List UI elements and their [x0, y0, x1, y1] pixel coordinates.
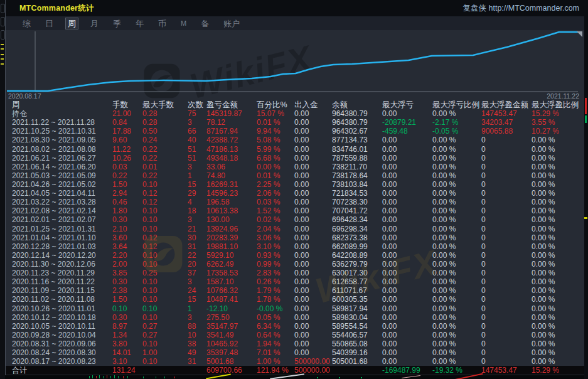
table-row[interactable]: 2020.11.16 ~ 2020.11.220.300.1031587.100…: [6, 277, 585, 286]
cell: 0.00 %: [432, 215, 481, 224]
candle-mark: [585, 98, 587, 114]
brand-link[interactable]: 复盘侠 http://MTCommander.com: [463, 3, 579, 14]
cell: 0: [481, 286, 532, 295]
cell: 738103.84: [332, 180, 382, 189]
cell: 0.00 %: [432, 322, 481, 331]
cell: 10487.41: [206, 295, 257, 304]
table-row[interactable]: 2020.10.05 ~ 2020.10.118.970.278835147.9…: [6, 322, 585, 331]
table-row[interactable]: 2020.11.30 ~ 2020.12.062.000.10206262.49…: [6, 260, 585, 269]
candle-mark: [118, 376, 119, 378]
table-row[interactable]: 2021.03.22 ~ 2021.03.280.460.124196.580.…: [6, 198, 585, 206]
docked-button-icon: [1, 17, 5, 26]
table-row[interactable]: 2021.01.04 ~ 2021.01.103.600.123020283.3…: [6, 233, 585, 242]
table-row[interactable]: 2021.08.30 ~ 2021.09.059.600.244042388.7…: [6, 136, 585, 144]
title-bar: MTCommander统计 复盘侠 http://MTCommander.com: [6, 0, 584, 16]
cell: 0.00 %: [432, 154, 481, 163]
cell: 1: [188, 171, 206, 180]
menu-item-周[interactable]: 周: [66, 18, 78, 29]
cell: 0.00: [382, 295, 432, 304]
cell: 22: [188, 251, 206, 260]
menu-item-日[interactable]: 日: [43, 18, 55, 29]
cell: 0.30: [112, 215, 142, 224]
cell: 2021.06.21 ~ 2021.06.27: [12, 154, 112, 163]
cell: 6.34 %: [257, 322, 294, 331]
table-row[interactable]: 2020.12.14 ~ 2020.12.202.200.10225929.10…: [6, 251, 585, 260]
cell: 0: [481, 163, 532, 171]
table-row[interactable]: 2020.10.26 ~ 2020.11.010.100.101-12.10-0…: [6, 304, 585, 313]
cell: 0.22: [142, 145, 188, 154]
table-row[interactable]: 2020.11.23 ~ 2020.11.293.850.253717358.5…: [6, 269, 585, 277]
cell: 0.00 %: [532, 215, 585, 224]
table-row[interactable]: 2020.11.09 ~ 2020.11.152.380.102410766.3…: [6, 286, 585, 295]
menu-item-备[interactable]: 备: [199, 18, 211, 29]
cell: 87167.94: [206, 127, 257, 136]
cell: 51: [188, 145, 206, 154]
cell: 0.22: [112, 171, 142, 180]
table-row[interactable]: 2021.02.08 ~ 2021.02.141.800.101810613.3…: [6, 206, 585, 215]
cell: 707238.30: [332, 198, 382, 206]
table-row[interactable]: 2020.08.24 ~ 2020.08.3014.011.004935397.…: [6, 348, 585, 357]
cell: 0.30: [112, 313, 142, 322]
cell: 2020.12.14 ~ 2020.12.20: [12, 251, 112, 260]
cell: 0.00 %: [432, 189, 481, 198]
cell: 0.00 %: [432, 277, 481, 286]
table-row[interactable]: 2020.08.31 ~ 2020.09.063.800.103810465.9…: [6, 339, 585, 348]
cell: 0.99 %: [257, 260, 294, 269]
cell: 0.00 %: [432, 198, 481, 206]
cell: 0.00: [382, 251, 432, 260]
cell: 0.00 %: [532, 198, 585, 206]
menu-item-币[interactable]: 币: [156, 18, 168, 29]
table-row[interactable]: 持仓21.000.2875145319.8715.07 %0.00964380.…: [6, 109, 585, 118]
candle-mark: [110, 376, 111, 378]
cell: 0.00 %: [532, 189, 585, 198]
cell: 2021.06.14 ~ 2021.06.20: [12, 163, 112, 171]
cell: 0.00: [382, 180, 432, 189]
cell: 0.00: [382, 154, 432, 163]
table-row[interactable]: 2020.11.02 ~ 2020.11.081.500.101510487.4…: [6, 295, 585, 304]
cell: 0.10: [142, 215, 188, 224]
cell: 0.00: [294, 180, 332, 189]
cell: 10766.32: [206, 286, 257, 295]
cell: 0.00: [294, 269, 332, 277]
table-row[interactable]: 2020.09.28 ~ 2020.10.041.340.27103541.49…: [6, 331, 585, 339]
cell: 611071.67: [332, 286, 382, 295]
table-row[interactable]: 2021.06.14 ~ 2021.06.200.030.01333.060.0…: [6, 163, 585, 171]
table-row[interactable]: 2021.10.25 ~ 2021.10.3117.880.506687167.…: [6, 127, 585, 136]
cell: 0.00 %: [532, 331, 585, 339]
cell: 964380.79: [332, 118, 382, 127]
table-row[interactable]: 2020.10.12 ~ 2020.10.180.300.103275.500.…: [6, 313, 585, 322]
cell: 0.00: [294, 322, 332, 331]
cell: 49348.18: [206, 154, 257, 163]
equity-chart: WikiFX 2020.08.17 2021.11.22: [6, 30, 584, 100]
cell: 0.00: [382, 145, 432, 154]
cell: 38: [188, 339, 206, 348]
cell: 0.93 %: [257, 251, 294, 260]
menu-item-账户[interactable]: 账户: [222, 18, 242, 29]
table-row[interactable]: 2021.01.25 ~ 2021.01.312.100.102113924.9…: [6, 225, 585, 233]
table-row[interactable]: 2021.04.05 ~ 2021.04.112.940.122914596.2…: [6, 189, 585, 198]
app-screen: MTCommander统计 复盘侠 http://MTCommander.com…: [0, 0, 588, 379]
table-row[interactable]: 2020.08.17 ~ 2020.08.233.100.10315001.68…: [6, 357, 585, 366]
cell: 2021.08.02 ~ 2021.08.08: [12, 145, 112, 154]
menu-item-综[interactable]: 综: [21, 18, 33, 29]
cell: 609700.66: [206, 366, 257, 375]
candle-mark: [361, 377, 362, 378]
resize-corner-icon[interactable]: [577, 31, 582, 37]
menu-item-月[interactable]: 月: [88, 18, 100, 29]
table-row[interactable]: 2021.11.22 ~ 2021.11.280.840.28378.120.0…: [6, 118, 585, 127]
table-row[interactable]: 2021.08.02 ~ 2021.08.0811.220.225147186.…: [6, 145, 585, 154]
table-row[interactable]: 2021.06.21 ~ 2021.06.2710.260.225149348.…: [6, 154, 585, 163]
table-row[interactable]: 2020.12.28 ~ 2021.01.033.640.123119881.1…: [6, 242, 585, 251]
menu-item-年[interactable]: 年: [134, 18, 146, 29]
cell: 0.64 %: [257, 331, 294, 339]
cell: 682373.38: [332, 233, 382, 242]
cell: 0.00 %: [432, 180, 481, 189]
cell: 74.80: [206, 171, 257, 180]
menu-item-季[interactable]: 季: [111, 18, 123, 29]
table-row[interactable]: 2021.02.01 ~ 2021.02.070.300.103130.000.…: [6, 215, 585, 224]
table-row[interactable]: 2021.04.26 ~ 2021.05.021.500.101516269.3…: [6, 180, 585, 189]
cell: [142, 366, 188, 375]
cell: 0.00: [294, 163, 332, 171]
table-row[interactable]: 2021.05.03 ~ 2021.05.090.220.22174.800.0…: [6, 171, 585, 180]
menu-item-M[interactable]: M: [179, 18, 188, 29]
